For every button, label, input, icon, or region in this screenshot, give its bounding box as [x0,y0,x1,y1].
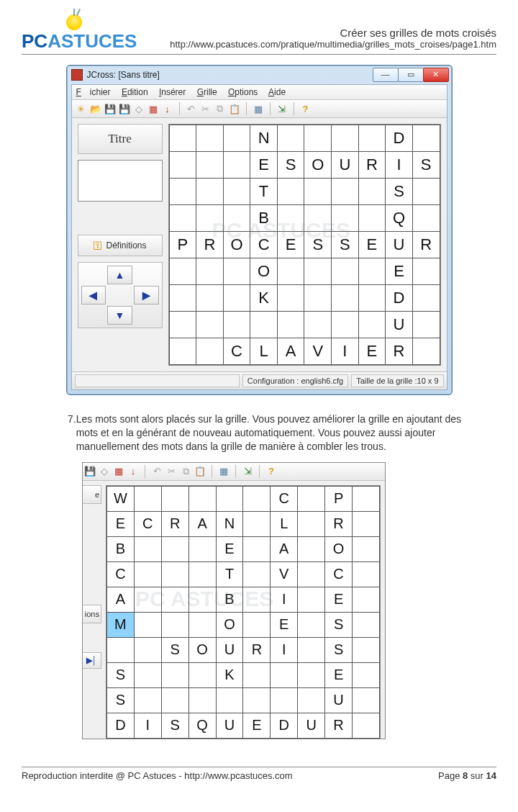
grid-cell[interactable] [134,687,161,713]
grid-cell[interactable]: C [134,511,161,536]
grid-cell[interactable] [243,511,271,536]
grid-cell[interactable] [298,486,325,511]
grid-cell[interactable] [188,587,216,612]
grid-cell[interactable] [223,152,250,179]
grid-cell[interactable]: C [250,232,278,258]
grid-cell[interactable] [134,561,161,587]
grid-cell[interactable]: T [216,561,243,587]
grid-cell[interactable] [353,687,380,713]
grid-cell[interactable] [353,713,380,738]
arrow-down-button[interactable]: ▼ [107,306,132,325]
cut-icon[interactable]: ✂ [200,103,212,114]
grid-cell[interactable] [358,125,386,152]
grid-cell[interactable] [134,486,161,511]
grid-cell[interactable] [188,536,216,561]
grid-cell[interactable] [107,637,135,662]
grid-cell[interactable]: K [216,662,243,687]
grid-cell[interactable]: I [386,152,413,179]
grid-cell[interactable] [169,125,196,152]
undo-icon[interactable]: ↶ [151,466,163,477]
cut-icon[interactable]: ✂ [165,466,177,477]
grid-cell[interactable]: S [325,637,353,662]
grid-cell[interactable] [277,205,304,232]
grid-cell[interactable]: E [386,258,413,285]
grid-cell[interactable] [169,152,196,179]
grid-cell[interactable]: U [216,637,243,662]
grid-cell[interactable] [243,486,271,511]
grid-cell[interactable] [277,179,304,205]
grid-cell[interactable]: R [196,232,224,258]
grid-cell[interactable] [196,152,224,179]
copy-icon[interactable]: ⧉ [214,103,226,114]
grid-cell[interactable]: L [271,511,298,536]
grid-cell[interactable] [161,612,188,637]
grid-cell[interactable]: A [188,511,216,536]
grid-cell[interactable] [277,125,304,152]
grid-cell[interactable]: C [107,561,135,587]
build-icon[interactable]: ▦ [218,466,230,477]
grid-cell[interactable]: D [386,285,413,312]
grid-cell[interactable] [196,312,224,338]
grid-cell[interactable] [188,486,216,511]
grid-cell[interactable]: U [386,232,413,258]
grid-cell[interactable]: V [304,338,332,365]
grid-cell[interactable]: P [325,486,353,511]
grid-cell[interactable]: S [107,687,135,713]
build-icon[interactable]: ▦ [253,103,264,114]
menu-inserer[interactable]: Insérer [159,87,186,97]
grid-cell[interactable] [196,179,224,205]
grid-cell[interactable] [169,179,196,205]
grid-cell[interactable] [271,662,298,687]
grid-cell[interactable]: R [325,511,353,536]
crossword-grid[interactable]: PC ASTUCES NDESOURISTSBQPROCESSEUROEKDUC… [168,124,441,366]
grid-cell[interactable]: R [325,713,353,738]
grid-cell[interactable]: E [358,232,386,258]
grid-cell[interactable] [188,662,216,687]
grid-cell[interactable] [412,338,440,365]
save-as-icon[interactable]: 💾 [119,103,130,114]
grid-cell[interactable] [277,258,304,285]
grid-cell[interactable] [161,687,188,713]
grid-cell[interactable] [169,312,196,338]
grid-cell[interactable] [216,687,243,713]
grid-cell[interactable] [412,125,440,152]
grid-cell[interactable] [332,312,359,338]
grid-cell[interactable] [243,536,271,561]
grid-cell[interactable]: O [250,258,278,285]
grid-cell[interactable]: A [271,536,298,561]
grid-cell[interactable]: N [216,511,243,536]
grid-cell[interactable] [277,312,304,338]
grid-cell[interactable] [358,179,386,205]
grid-cell[interactable] [188,612,216,637]
grid-cell[interactable] [169,258,196,285]
grid-cell[interactable] [353,511,380,536]
grid-cell[interactable] [298,612,325,637]
grid-cell[interactable] [169,285,196,312]
menu-options[interactable]: Options [228,87,258,97]
grid-cell[interactable] [161,486,188,511]
menu-grille[interactable]: Grille [197,87,217,97]
grid-cell[interactable]: R [243,637,271,662]
grid-cell[interactable] [243,662,271,687]
save-icon[interactable]: 💾 [104,103,116,114]
grid-cell[interactable]: S [325,612,353,637]
grid-cell[interactable] [353,637,380,662]
grid-cell[interactable]: R [161,511,188,536]
undo-icon[interactable]: ↶ [186,103,197,114]
grid-cell[interactable] [161,561,188,587]
grid-cell[interactable] [353,536,380,561]
grid-cell[interactable]: N [250,125,278,152]
grid-cell[interactable]: Q [188,713,216,738]
grid-cell[interactable] [161,662,188,687]
grid-icon[interactable]: ▦ [147,103,159,114]
grid-cell[interactable] [353,587,380,612]
grid-cell[interactable]: A [277,338,304,365]
open-icon[interactable]: 📂 [90,103,101,114]
grid-cell[interactable] [243,561,271,587]
grid-cell[interactable] [188,561,216,587]
append-icon[interactable]: ◇ [133,103,145,114]
paste-icon[interactable]: 📋 [194,466,206,477]
grid-cell[interactable] [134,536,161,561]
grid-cell[interactable]: S [107,662,135,687]
grid-cell[interactable]: U [216,713,243,738]
